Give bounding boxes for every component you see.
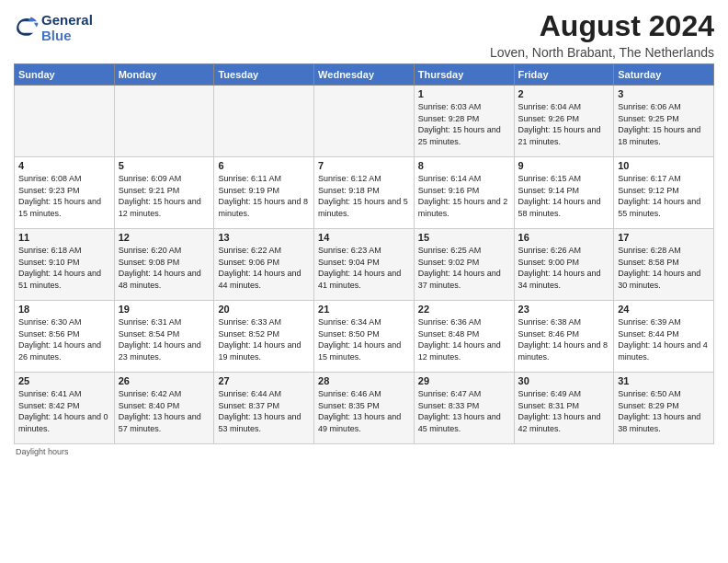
cell-content: Sunrise: 6:33 AMSunset: 8:52 PMDaylight:… — [218, 316, 310, 362]
day-number: 7 — [318, 160, 410, 171]
calendar-cell: 20Sunrise: 6:33 AMSunset: 8:52 PMDayligh… — [214, 301, 314, 373]
daylight-text: Daylight: 14 hours and 15 minutes. — [318, 340, 401, 362]
calendar-week-row: 11Sunrise: 6:18 AMSunset: 9:10 PMDayligh… — [15, 229, 714, 301]
sunrise-text: Sunrise: 6:22 AM — [218, 246, 281, 255]
sunrise-text: Sunrise: 6:39 AM — [618, 317, 681, 327]
location-title: Loven, North Brabant, The Netherlands — [490, 45, 714, 60]
cell-content: Sunrise: 6:25 AMSunset: 9:02 PMDaylight:… — [418, 245, 510, 291]
day-number: 14 — [318, 232, 410, 243]
daylight-text: Daylight: 14 hours and 26 minutes. — [18, 340, 101, 362]
calendar-cell: 16Sunrise: 6:26 AMSunset: 9:00 PMDayligh… — [514, 229, 614, 301]
column-header-tuesday: Tuesday — [214, 64, 314, 86]
sunrise-text: Sunrise: 6:12 AM — [318, 174, 381, 183]
day-number: 28 — [318, 375, 410, 386]
sunrise-text: Sunrise: 6:47 AM — [418, 389, 482, 398]
calendar-cell: 21Sunrise: 6:34 AMSunset: 8:50 PMDayligh… — [314, 301, 415, 373]
calendar-cell: 23Sunrise: 6:38 AMSunset: 8:46 PMDayligh… — [514, 301, 614, 373]
daylight-text: Daylight: 14 hours and 58 minutes. — [518, 197, 601, 218]
cell-content: Sunrise: 6:15 AMSunset: 9:14 PMDaylight:… — [518, 173, 610, 219]
calendar-cell: 22Sunrise: 6:36 AMSunset: 8:48 PMDayligh… — [414, 301, 514, 373]
calendar-cell: 27Sunrise: 6:44 AMSunset: 8:37 PMDayligh… — [214, 373, 314, 444]
sunset-text: Sunset: 9:08 PM — [119, 258, 180, 267]
column-header-wednesday: Wednesday — [314, 64, 415, 86]
day-number: 15 — [418, 232, 510, 243]
day-number: 19 — [119, 304, 210, 315]
logo-blue: Blue — [41, 29, 93, 44]
sunset-text: Sunset: 8:50 PM — [318, 329, 380, 339]
daylight-text: Daylight: 15 hours and 15 minutes. — [18, 197, 101, 218]
day-number: 11 — [18, 232, 110, 243]
sunset-text: Sunset: 9:00 PM — [518, 258, 580, 267]
sunset-text: Sunset: 9:04 PM — [318, 258, 380, 267]
cell-content: Sunrise: 6:11 AMSunset: 9:19 PMDaylight:… — [218, 173, 310, 219]
logo-text-block: General Blue — [41, 13, 93, 43]
sunrise-text: Sunrise: 6:33 AM — [218, 317, 281, 327]
daylight-text: Daylight: 14 hours and 48 minutes. — [119, 269, 201, 290]
daylight-text: Daylight: 14 hours and 0 minutes. — [18, 412, 108, 433]
sunrise-text: Sunrise: 6:28 AM — [618, 246, 681, 255]
calendar-week-row: 25Sunrise: 6:41 AMSunset: 8:42 PMDayligh… — [15, 373, 714, 444]
logo-icon — [14, 16, 40, 41]
daylight-text: Daylight: 14 hours and 30 minutes. — [618, 269, 700, 290]
sunset-text: Sunset: 9:18 PM — [318, 186, 380, 195]
column-header-sunday: Sunday — [15, 64, 115, 86]
cell-content: Sunrise: 6:03 AMSunset: 9:28 PMDaylight:… — [418, 101, 510, 147]
day-number: 12 — [119, 232, 210, 243]
day-number: 27 — [218, 375, 310, 386]
sunset-text: Sunset: 9:16 PM — [418, 186, 480, 195]
calendar-week-row: 18Sunrise: 6:30 AMSunset: 8:56 PMDayligh… — [15, 301, 714, 373]
sunset-text: Sunset: 9:23 PM — [18, 186, 80, 195]
sunset-text: Sunset: 8:52 PM — [218, 329, 279, 339]
column-header-saturday: Saturday — [614, 64, 714, 86]
day-number: 9 — [518, 160, 610, 171]
calendar-cell: 15Sunrise: 6:25 AMSunset: 9:02 PMDayligh… — [414, 229, 514, 301]
cell-content: Sunrise: 6:36 AMSunset: 8:48 PMDaylight:… — [418, 316, 510, 362]
calendar-cell: 24Sunrise: 6:39 AMSunset: 8:44 PMDayligh… — [614, 301, 714, 373]
daylight-text: Daylight: 15 hours and 25 minutes. — [418, 125, 501, 146]
logo-general: General — [41, 13, 93, 29]
header-row: General Blue August 2024 Loven, North Br… — [14, 9, 714, 60]
sunrise-text: Sunrise: 6:06 AM — [618, 102, 681, 111]
calendar-cell: 11Sunrise: 6:18 AMSunset: 9:10 PMDayligh… — [15, 229, 115, 301]
calendar-cell: 6Sunrise: 6:11 AMSunset: 9:19 PMDaylight… — [214, 157, 314, 229]
day-number: 1 — [418, 88, 510, 99]
sunrise-text: Sunrise: 6:42 AM — [119, 389, 182, 398]
sunset-text: Sunset: 9:19 PM — [218, 186, 279, 195]
day-number: 24 — [618, 304, 710, 315]
daylight-text: Daylight: 13 hours and 38 minutes. — [618, 412, 700, 433]
sunset-text: Sunset: 9:26 PM — [518, 114, 580, 123]
sunrise-text: Sunrise: 6:08 AM — [18, 174, 82, 183]
calendar-cell: 3Sunrise: 6:06 AMSunset: 9:25 PMDaylight… — [614, 86, 714, 157]
sunset-text: Sunset: 9:02 PM — [418, 258, 480, 267]
daylight-text: Daylight: 15 hours and 21 minutes. — [518, 125, 601, 146]
column-header-thursday: Thursday — [414, 64, 514, 86]
cell-content: Sunrise: 6:26 AMSunset: 9:00 PMDaylight:… — [518, 245, 610, 291]
daylight-text: Daylight: 15 hours and 12 minutes. — [119, 197, 201, 218]
calendar-cell: 8Sunrise: 6:14 AMSunset: 9:16 PMDaylight… — [414, 157, 514, 229]
day-number: 20 — [218, 304, 310, 315]
cell-content: Sunrise: 6:14 AMSunset: 9:16 PMDaylight:… — [418, 173, 510, 219]
calendar-week-row: 1Sunrise: 6:03 AMSunset: 9:28 PMDaylight… — [15, 86, 714, 157]
cell-content: Sunrise: 6:04 AMSunset: 9:26 PMDaylight:… — [518, 101, 610, 147]
sunrise-text: Sunrise: 6:18 AM — [18, 246, 82, 255]
day-number: 30 — [518, 375, 610, 386]
sunset-text: Sunset: 9:28 PM — [418, 114, 480, 123]
daylight-text: Daylight: 13 hours and 42 minutes. — [518, 412, 601, 433]
calendar-cell — [314, 86, 415, 157]
calendar-week-row: 4Sunrise: 6:08 AMSunset: 9:23 PMDaylight… — [15, 157, 714, 229]
cell-content: Sunrise: 6:38 AMSunset: 8:46 PMDaylight:… — [518, 316, 610, 362]
sunset-text: Sunset: 8:54 PM — [119, 329, 180, 339]
sunset-text: Sunset: 9:21 PM — [119, 186, 180, 195]
day-number: 5 — [119, 160, 210, 171]
day-number: 23 — [518, 304, 610, 315]
sunset-text: Sunset: 8:42 PM — [18, 401, 80, 410]
cell-content: Sunrise: 6:28 AMSunset: 8:58 PMDaylight:… — [618, 245, 710, 291]
cell-content: Sunrise: 6:17 AMSunset: 9:12 PMDaylight:… — [618, 173, 710, 219]
calendar-cell: 30Sunrise: 6:49 AMSunset: 8:31 PMDayligh… — [514, 373, 614, 444]
sunset-text: Sunset: 8:33 PM — [418, 401, 480, 410]
sunrise-text: Sunrise: 6:25 AM — [418, 246, 482, 255]
sunset-text: Sunset: 8:29 PM — [618, 401, 679, 410]
daylight-text: Daylight: 13 hours and 45 minutes. — [418, 412, 501, 433]
cell-content: Sunrise: 6:34 AMSunset: 8:50 PMDaylight:… — [318, 316, 410, 362]
cell-content: Sunrise: 6:06 AMSunset: 9:25 PMDaylight:… — [618, 101, 710, 147]
